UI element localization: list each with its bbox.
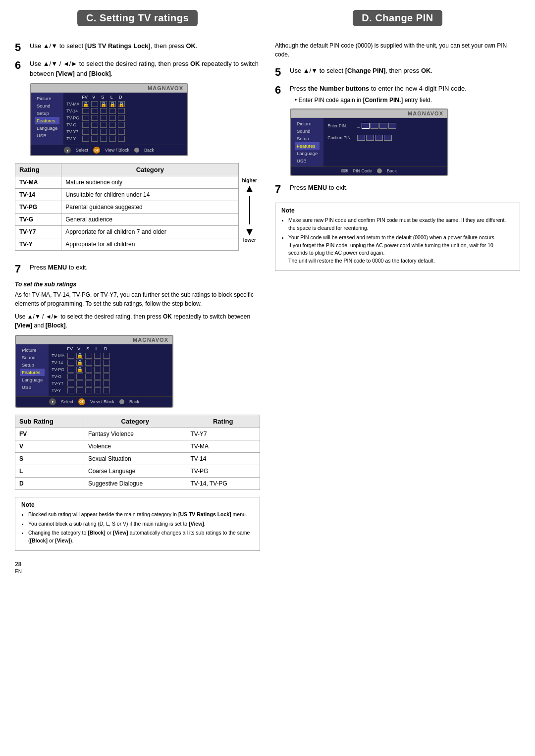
table-row: TV-Y7 Appropriate for all children 7 and…	[15, 226, 239, 238]
table-row: FV Fantasy Violence TV-Y7	[15, 428, 260, 440]
sub-s: S	[15, 452, 84, 465]
step-num-5r: 5	[275, 66, 286, 79]
note-title-right: Note	[281, 207, 514, 214]
col-subrating: Sub Rating	[15, 415, 84, 428]
step-6-right: 6 Press the Number buttons to enter the …	[275, 84, 520, 104]
step-7-left: 7 Press MENU to exit.	[15, 263, 260, 275]
note-right: Note Make sure new PIN code and confirm …	[275, 203, 520, 271]
sub-rating-table: Sub Rating Category Rating FV Fantasy Vi…	[15, 415, 260, 490]
step-num-7r: 7	[275, 183, 286, 196]
page-number: 28	[15, 561, 21, 568]
tv-footer-pin: ⌨ PIN Code Back	[291, 166, 447, 175]
table-row: TV-14 Unsuitable for children under 14	[15, 189, 239, 201]
step-7-text-left: Press MENU to exit.	[30, 263, 260, 272]
category-tvpg: Parental guidance suggested	[61, 201, 239, 214]
table-row: TV-Y Appropriate for all children	[15, 238, 239, 251]
tv-row-tvy7: TV-Y7	[66, 129, 184, 135]
tv-brand-pin: MAGNAVOX	[291, 109, 447, 118]
menu-picture: Picture	[35, 95, 59, 102]
rating-table: Rating Category TV-MA Mature audience on…	[15, 163, 239, 251]
table-row: TV-PG Parental guidance suggested	[15, 201, 239, 214]
page-footer: 28 EN	[15, 561, 260, 575]
rating-tvma: TV-MA	[15, 176, 61, 189]
category-tvy: Appropriate for all children	[61, 238, 239, 251]
cat-sexual: Sexual Situation	[84, 452, 186, 465]
section-c-title: C. Setting TV ratings	[77, 10, 198, 26]
tv-footer-2: ● Select OK View / Block Back	[16, 396, 172, 407]
rat-tvy7: TV-Y7	[186, 428, 260, 440]
tv-rating-header-1: FV V S L D	[66, 95, 184, 100]
col-rating2: Rating	[186, 415, 260, 428]
table-row: TV-MA Mature audience only	[15, 176, 239, 189]
note-title-left: Note	[21, 501, 254, 508]
col-category2: Category	[84, 415, 186, 428]
category-tv14: Unsuitable for children under 14	[61, 189, 239, 201]
rat-tv14: TV-14	[186, 452, 260, 465]
tv-row-tv14: TV-14	[66, 108, 184, 114]
step-5-text: Use ▲/▼ to select [US TV Ratings Lock], …	[30, 41, 260, 51]
col-v: V	[90, 95, 97, 100]
rating-tvg: TV-G	[15, 214, 61, 226]
tv-brand-2: MAGNAVOX	[16, 336, 172, 344]
rat-tvma: TV-MA	[186, 440, 260, 452]
tv-main-1: FV V S L D TV-MA 🔒 🔒 🔒 🔒	[63, 93, 187, 145]
section-d-title: D. Change PIN	[353, 10, 442, 26]
note-item: Changing the category to [Block] or [Vie…	[28, 529, 254, 545]
sub-d: D	[15, 477, 84, 489]
menu-usb: USB	[35, 132, 59, 139]
note-item: You cannot block a sub rating (D, L, S o…	[28, 520, 254, 528]
step-5-left: 5 Use ▲/▼ to select [US TV Ratings Lock]…	[15, 41, 260, 54]
col-d: D	[117, 95, 124, 100]
rating-tvy: TV-Y	[15, 238, 61, 251]
right-intro: Although the default PIN code (0000) is …	[275, 41, 520, 59]
ok-btn: OK	[93, 147, 100, 154]
tv-screen-2: MAGNAVOX Picture Sound Setup Features La…	[15, 335, 173, 408]
table-row: TV-G General audience	[15, 214, 239, 226]
tv-row-tvma: TV-MA 🔒 🔒 🔒 🔒	[66, 101, 184, 107]
cat-violence: Violence	[84, 440, 186, 452]
sub-ratings-para: As for TV-MA, TV-14, TV-PG, or TV-Y7, yo…	[15, 290, 260, 308]
col-category: Category	[61, 163, 239, 176]
pin-bullet: • Enter PIN code again in [Confirm PIN.]…	[295, 97, 520, 104]
arrow-down-icon: ▼	[244, 226, 255, 237]
tv-menu-pin: Picture Sound Setup Features Language US…	[291, 118, 323, 166]
tv-row-tvpg: TV-PG	[66, 115, 184, 121]
note-left: Note Blocked sub rating will appear besi…	[15, 497, 260, 551]
col-rating: Rating	[15, 163, 61, 176]
back-icon	[134, 148, 139, 153]
tv-main-2: FV V S L D TV-MA 🔒	[49, 344, 172, 396]
sub-fv: FV	[15, 428, 84, 440]
step-7-text-right: Press MENU to exit.	[290, 183, 520, 193]
category-tvma: Mature audience only	[61, 176, 239, 189]
menu-setup: Setup	[35, 109, 59, 117]
tv-pin-main: Enter PIN. _ Confirm PIN.	[323, 118, 447, 166]
tv-menu-1: Picture Sound Setup Features Language US…	[31, 93, 63, 145]
table-row: L Coarse Language TV-PG	[15, 465, 260, 477]
step-num-5: 5	[15, 41, 26, 54]
select-btn: ●	[64, 147, 71, 154]
category-tvg: General audience	[61, 214, 239, 226]
col-l: L	[108, 95, 115, 100]
table-row: D Suggestive Dialogue TV-14, TV-PG	[15, 477, 260, 489]
note-item: Blocked sub rating will appear beside th…	[28, 511, 254, 519]
tv-screen-1: MAGNAVOX Picture Sound Setup Features La…	[30, 83, 188, 156]
sub-ratings-heading: To set the sub ratings	[15, 281, 260, 288]
cat-fantasy: Fantasy Violence	[84, 428, 186, 440]
step-num-7-left: 7	[15, 263, 26, 275]
step-6-left: 6 Use ▲/▼ / ◄/► to select the desired ra…	[15, 59, 260, 78]
step-5-right: 5 Use ▲/▼ to select [Change PIN], then p…	[275, 66, 520, 79]
tv-menu-2: Picture Sound Setup Features Language US…	[16, 344, 49, 396]
step-6-text-right: Press the Number buttons to enter the ne…	[290, 85, 467, 92]
note-item-1: Make sure new PIN code and confirm PIN c…	[288, 216, 514, 232]
note-item-2: Your PIN code will be erased and return …	[288, 234, 514, 265]
step-6-text: Use ▲/▼ / ◄/► to select the desired rati…	[30, 59, 260, 78]
step-num-6: 6	[15, 59, 26, 72]
sub-l: L	[15, 465, 84, 477]
cat-suggestive: Suggestive Dialogue	[84, 477, 186, 489]
menu-language: Language	[35, 124, 59, 132]
rating-tvpg: TV-PG	[15, 201, 61, 214]
step-7-right: 7 Press MENU to exit.	[275, 183, 520, 196]
table-row: V Violence TV-MA	[15, 440, 260, 452]
enter-pin-row: Enter PIN. _	[327, 123, 443, 129]
lower-label: lower	[243, 237, 256, 243]
